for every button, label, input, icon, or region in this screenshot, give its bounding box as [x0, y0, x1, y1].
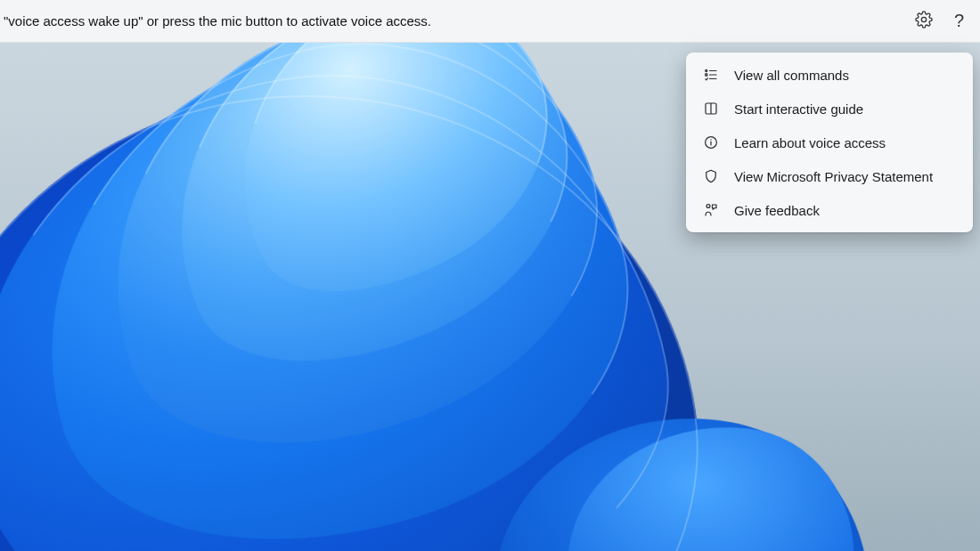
menu-item-label: Learn about voice access	[734, 135, 955, 150]
help-menu: View all commands Start interactive guid…	[686, 53, 973, 232]
help-icon: ?	[954, 11, 964, 30]
gear-icon	[915, 11, 933, 32]
settings-button[interactable]	[913, 11, 935, 32]
menu-item-label: Start interactive guide	[734, 101, 955, 117]
help-button[interactable]: ?	[954, 11, 964, 31]
info-icon	[702, 134, 720, 151]
menu-item-start-interactive-guide[interactable]: Start interactive guide	[686, 92, 973, 126]
svg-point-1	[706, 69, 707, 71]
menu-item-label: Give feedback	[734, 203, 955, 218]
menu-item-learn-about-voice-access[interactable]: Learn about voice access	[686, 126, 973, 159]
menu-item-label: View all commands	[734, 68, 955, 83]
voice-access-bar-actions: ?	[913, 11, 964, 32]
menu-item-view-all-commands[interactable]: View all commands	[686, 58, 973, 92]
menu-item-give-feedback[interactable]: Give feedback	[686, 193, 973, 227]
svg-point-11	[706, 205, 710, 208]
voice-access-hint-text: "voice access wake up" or press the mic …	[4, 13, 431, 28]
svg-point-10	[710, 139, 711, 140]
list-icon	[702, 66, 720, 84]
shield-icon	[702, 167, 720, 185]
feedback-icon	[702, 201, 720, 219]
book-icon	[702, 100, 720, 117]
svg-point-0	[921, 17, 926, 21]
menu-item-label: View Microsoft Privacy Statement	[734, 169, 955, 184]
voice-access-bar: "voice access wake up" or press the mic …	[0, 0, 980, 43]
menu-item-privacy-statement[interactable]: View Microsoft Privacy Statement	[686, 159, 973, 193]
svg-rect-2	[706, 74, 707, 76]
